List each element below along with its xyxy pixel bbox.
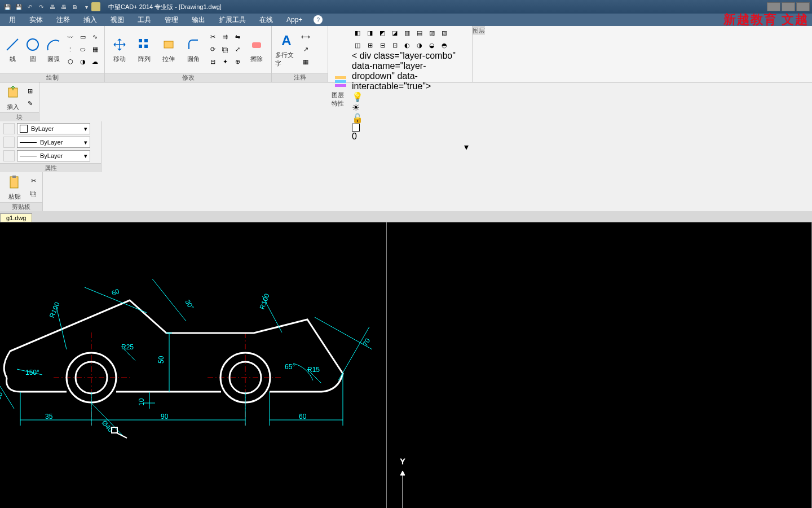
circle-label: 圆	[30, 55, 36, 63]
tab-insert[interactable]: 插入	[77, 14, 104, 26]
layer-tool-16[interactable]: ◓	[439, 40, 450, 51]
layer-tool-1[interactable]: ◧	[352, 27, 363, 38]
trim-icon[interactable]: ✂	[207, 32, 218, 43]
tab-use[interactable]: 用	[2, 14, 23, 26]
join-icon[interactable]: ⊕	[232, 56, 243, 68]
mtext-button[interactable]: A 多行文字	[275, 32, 298, 68]
polygon-icon[interactable]: ⬡	[65, 56, 76, 68]
offset-icon[interactable]: ⇉	[219, 32, 231, 43]
spline-icon[interactable]: ∿	[90, 32, 101, 43]
scale-icon[interactable]: ⤢	[232, 44, 243, 55]
array-button[interactable]: 阵列	[133, 36, 156, 63]
ellipse-icon[interactable]: ⬭	[77, 44, 89, 55]
explode-icon[interactable]: ✦	[219, 56, 231, 68]
fillet-button[interactable]: 圆角	[182, 36, 205, 63]
layer-tool-3[interactable]: ◩	[377, 27, 388, 38]
layerprops-icon	[332, 72, 350, 90]
color-dropdown[interactable]: ByLayer▾	[17, 123, 90, 134]
circle-button[interactable]: 圆	[24, 36, 42, 63]
insert-button[interactable]: 插入	[3, 84, 22, 111]
layer-tool-14[interactable]: ◑	[414, 40, 425, 51]
leader-icon[interactable]: ↗	[300, 44, 311, 55]
point-icon[interactable]: ⋮	[65, 44, 76, 55]
layerprops-label: 图层特性	[332, 91, 350, 108]
block-create-icon[interactable]: ⊞	[24, 86, 36, 97]
arc-button[interactable]: 圆弧	[45, 36, 63, 63]
viewport-left[interactable]: R100 60 30° R100 70 R25 50 150° 65° R15 …	[0, 222, 387, 508]
qat-preview2-icon[interactable]: 🗎	[70, 2, 80, 12]
help-icon[interactable]: ?	[314, 15, 323, 24]
panel-modify-title: 修改	[105, 73, 271, 82]
qat-save-icon[interactable]: 💾	[2, 2, 12, 12]
tab-view[interactable]: 视图	[104, 14, 131, 26]
stretch-button[interactable]: 拉伸	[158, 36, 180, 63]
layer-tool-7[interactable]: ▨	[426, 27, 438, 38]
quick-access-toolbar: 💾 💾 ↶ ↷ 🖶 🖶 🗎 ▾	[2, 2, 91, 12]
layer-tool-13[interactable]: ◐	[401, 40, 413, 51]
maximize-button[interactable]	[782, 2, 795, 11]
cut-icon[interactable]: ✂	[28, 176, 39, 187]
svg-rect-12	[10, 177, 18, 188]
layer-tool-6[interactable]: ▤	[414, 27, 425, 38]
layer-tool-4[interactable]: ◪	[389, 27, 400, 38]
copy-clip-icon[interactable]: ⿻	[28, 188, 39, 199]
rect-icon[interactable]: ▭	[77, 32, 89, 43]
block-edit-icon[interactable]: ✎	[24, 98, 36, 110]
drawing-area[interactable]: R100 60 30° R100 70 R25 50 150° 65° R15 …	[0, 222, 812, 508]
title-bar: 💾 💾 ↶ ↷ 🖶 🖶 🗎 ▾ 中望CAD+ 2014 专业版 - [Drawi…	[0, 0, 812, 14]
sun-icon: ☀	[352, 102, 469, 113]
qat-saveas-icon[interactable]: 💾	[14, 2, 24, 12]
qat-dropdown-icon[interactable]: ▾	[81, 2, 91, 12]
tab-ext[interactable]: 扩展工具	[212, 14, 253, 26]
region-icon[interactable]: ◑	[77, 56, 89, 68]
linetype-dropdown[interactable]: ByLayer▾	[17, 150, 90, 161]
ribbon-tabs: 用 实体 注释 插入 视图 工具 管理 输出 扩展工具 在线 App+ ?	[0, 14, 812, 26]
tab-appplus[interactable]: App+	[280, 15, 309, 25]
arc-label: 圆弧	[47, 55, 60, 63]
circle-icon	[24, 36, 42, 54]
svg-text:65°: 65°	[285, 363, 295, 371]
qat-plot-icon[interactable]: 🖶	[47, 2, 58, 12]
break-icon[interactable]: ⊟	[207, 56, 218, 68]
close-button[interactable]	[796, 2, 810, 11]
file-tab-drawing1[interactable]: g1.dwg	[0, 213, 32, 222]
layer-tool-15[interactable]: ◒	[426, 40, 438, 51]
ltype-icon[interactable]	[3, 150, 15, 161]
mirror-icon[interactable]: ⇋	[232, 32, 243, 43]
qat-redo-icon[interactable]: ↷	[36, 2, 46, 12]
qat-preview-icon[interactable]: 🖶	[59, 2, 69, 12]
panel-annot-title: 注释	[272, 73, 328, 82]
fillet-icon	[184, 36, 202, 54]
layer-tool-11[interactable]: ⊟	[377, 40, 388, 51]
lineweight-dropdown[interactable]: ByLayer▾	[17, 137, 90, 148]
copy-icon[interactable]: ⿻	[219, 44, 231, 55]
layer-tool-2[interactable]: ◨	[364, 27, 376, 38]
matchprop-icon[interactable]	[3, 123, 15, 134]
tab-manage[interactable]: 管理	[158, 14, 185, 26]
layer-tool-10[interactable]: ⊞	[364, 40, 376, 51]
lweight-icon[interactable]	[3, 137, 15, 148]
hatch-icon[interactable]: ▦	[90, 44, 101, 55]
qat-undo-icon[interactable]: ↶	[25, 2, 35, 12]
layer-tool-8[interactable]: ▧	[439, 27, 450, 38]
tab-tools[interactable]: 工具	[131, 14, 158, 26]
minimize-button[interactable]	[767, 2, 780, 11]
rotate-icon[interactable]: ⟳	[207, 44, 218, 55]
layer-tool-9[interactable]: ◫	[352, 40, 363, 51]
layer-tool-5[interactable]: ▥	[401, 27, 413, 38]
table-icon[interactable]: ▦	[300, 56, 311, 68]
move-button[interactable]: 移动	[108, 36, 131, 63]
viewport-right[interactable]: X Y	[387, 222, 812, 508]
tab-output[interactable]: 输出	[185, 14, 212, 26]
pline-icon[interactable]: 〰	[65, 32, 76, 43]
erase-button[interactable]: 擦除	[245, 36, 268, 63]
tab-solid[interactable]: 实体	[23, 14, 50, 26]
tab-annotate[interactable]: 注释	[50, 14, 77, 26]
layer-tool-12[interactable]: ⊡	[389, 40, 400, 51]
layerprops-button[interactable]: 图层特性	[332, 72, 350, 108]
tab-online[interactable]: 在线	[253, 14, 280, 26]
line-button[interactable]: 线	[3, 36, 21, 63]
paste-button[interactable]: 粘贴	[3, 173, 25, 201]
dim-icon[interactable]: ⟷	[300, 32, 311, 43]
revcloud-icon[interactable]: ☁	[90, 56, 101, 68]
